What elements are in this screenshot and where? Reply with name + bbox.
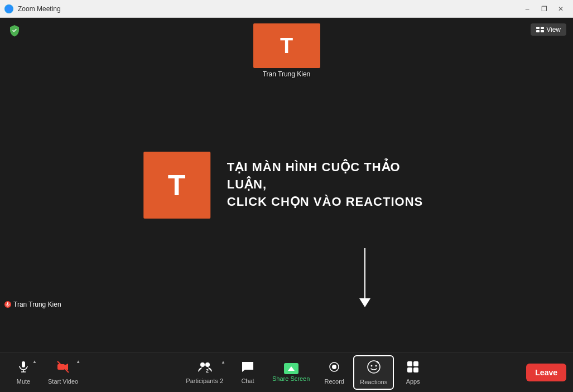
participants-chevron-icon[interactable]: ▲ xyxy=(221,360,225,365)
svg-point-19 xyxy=(368,361,380,373)
record-label: Record xyxy=(325,378,344,385)
toolbar-right: Leave xyxy=(526,364,566,381)
title-bar-left: Zoom Meeting xyxy=(4,4,61,13)
svg-text:2: 2 xyxy=(206,368,209,373)
mute-chevron-icon[interactable]: ▲ xyxy=(32,359,37,364)
chat-icon xyxy=(241,361,254,376)
leave-button[interactable]: Leave xyxy=(526,364,566,381)
start-video-label: Start Video xyxy=(48,378,78,385)
apps-label: Apps xyxy=(406,378,420,385)
apps-icon xyxy=(406,360,420,377)
svg-rect-6 xyxy=(7,302,8,305)
mute-button[interactable]: ▲ Mute xyxy=(7,357,40,388)
close-button[interactable]: ✕ xyxy=(553,3,569,14)
annotation-line1: TẠI MÀN HÌNH CUỘC THẢO LUẬN, xyxy=(227,159,430,193)
record-button[interactable]: Record xyxy=(317,357,351,388)
mic-off-icon xyxy=(4,301,11,308)
annotation-line2: CLICK CHỌN VÀO REACTIONS xyxy=(227,193,430,211)
record-icon xyxy=(328,360,341,377)
maximize-button[interactable]: ❐ xyxy=(536,3,552,14)
svg-rect-1 xyxy=(536,27,540,29)
svg-point-20 xyxy=(370,365,372,366)
view-button[interactable]: View xyxy=(531,23,566,36)
share-screen-label: Share Screen xyxy=(272,375,310,382)
chat-label: Chat xyxy=(241,378,254,384)
participants-button[interactable]: ▲ 2 Participants 2 xyxy=(180,357,229,388)
window-controls: – ❐ ✕ xyxy=(519,3,569,14)
minimize-button[interactable]: – xyxy=(519,3,535,14)
chat-button[interactable]: Chat xyxy=(231,357,264,388)
video-off-icon xyxy=(56,360,70,377)
arrow-line xyxy=(364,248,365,298)
svg-point-15 xyxy=(205,362,210,367)
svg-rect-23 xyxy=(413,361,418,366)
svg-rect-4 xyxy=(541,30,544,32)
apps-button[interactable]: Apps xyxy=(396,357,430,388)
title-bar: Zoom Meeting – ❐ ✕ xyxy=(0,0,573,18)
svg-point-14 xyxy=(200,362,205,367)
center-content: T TẠI MÀN HÌNH CUỘC THẢO LUẬN, CLICK CHỌ… xyxy=(143,152,430,219)
share-screen-icon xyxy=(284,363,298,374)
svg-rect-8 xyxy=(22,361,25,367)
annotation-block: TẠI MÀN HÌNH CUỘC THẢO LUẬN, CLICK CHỌN … xyxy=(227,159,430,210)
svg-point-18 xyxy=(332,365,336,369)
arrow-annotation xyxy=(359,248,370,307)
svg-point-0 xyxy=(6,6,12,12)
start-video-button[interactable]: ▲ Start Video xyxy=(42,357,84,388)
toolbar-center: ▲ 2 Participants 2 Chat xyxy=(84,355,526,390)
toolbar: ▲ Mute ▲ Start Video xyxy=(0,352,573,392)
local-name: Tran Trung Kien xyxy=(13,301,61,308)
participants-label: Participants 2 xyxy=(186,378,223,384)
mute-icon xyxy=(17,360,30,377)
arrow-head xyxy=(359,298,370,307)
svg-rect-25 xyxy=(413,367,418,372)
share-screen-button[interactable]: Share Screen xyxy=(267,360,315,385)
participant-tile-top: T Tran Trung Kien xyxy=(253,23,320,78)
video-chevron-icon[interactable]: ▲ xyxy=(76,359,80,364)
mute-label: Mute xyxy=(17,378,30,385)
svg-rect-3 xyxy=(536,30,540,32)
reactions-icon xyxy=(367,360,381,378)
svg-point-21 xyxy=(375,365,377,366)
meeting-area: View T Tran Trung Kien T TẠI MÀN HÌNH CU… xyxy=(0,18,573,352)
window-title: Zoom Meeting xyxy=(18,5,61,13)
reactions-button[interactable]: Reactions xyxy=(353,355,394,390)
svg-rect-22 xyxy=(407,361,412,366)
zoom-logo-icon xyxy=(4,4,13,13)
local-participant-label: Tran Trung Kien xyxy=(4,301,61,308)
svg-rect-24 xyxy=(407,367,412,372)
security-shield-icon xyxy=(9,25,20,39)
participant-avatar-top: T xyxy=(253,23,320,68)
reactions-label: Reactions xyxy=(360,379,387,385)
participant-avatar-center: T xyxy=(143,152,210,219)
participant-name-top: Tran Trung Kien xyxy=(263,70,311,78)
toolbar-left: ▲ Mute ▲ Start Video xyxy=(7,357,84,388)
svg-rect-2 xyxy=(541,27,544,29)
participants-icon: 2 xyxy=(198,361,212,376)
